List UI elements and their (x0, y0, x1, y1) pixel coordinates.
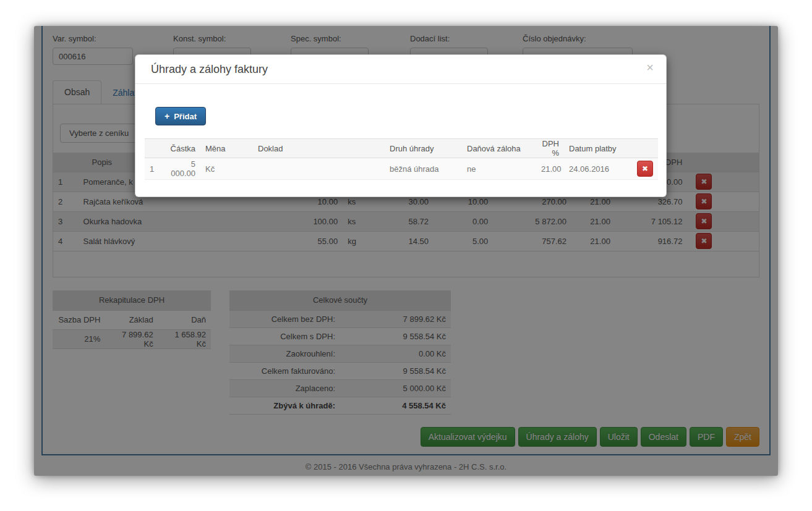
payments-table: Částka Měna Doklad Druh úhrady Daňová zá… (145, 138, 658, 180)
close-icon[interactable]: × (646, 61, 654, 74)
delete-payment-button[interactable]: ✖ (637, 161, 653, 177)
add-payment-button[interactable]: + Přidat (155, 107, 206, 125)
add-payment-label: Přidat (174, 112, 197, 121)
modal-header: Úhrady a zálohy faktury × (135, 55, 666, 84)
payment-row: 1 5 000.00 Kč běžná úhrada ne 21.00 24.0… (145, 158, 658, 180)
modal-body: + Přidat Částka Měna Doklad Druh úhrady … (135, 84, 666, 196)
delete-icon: ✖ (642, 164, 648, 173)
payments-header-row: Částka Měna Doklad Druh úhrady Daňová zá… (145, 139, 658, 158)
plus-icon: + (165, 111, 169, 121)
payments-modal: Úhrady a zálohy faktury × + Přidat Částk… (135, 54, 667, 197)
modal-title: Úhrady a zálohy faktury (151, 63, 268, 75)
